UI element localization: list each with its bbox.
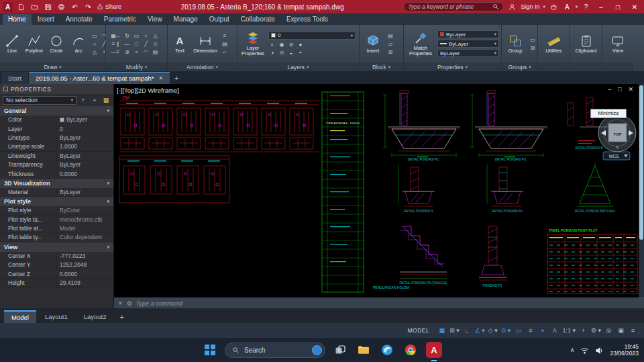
scrollbar-thumb[interactable] xyxy=(639,85,643,240)
model-space-label[interactable]: MODEL xyxy=(407,327,429,334)
quick-select-button[interactable]: ▦ xyxy=(101,96,111,105)
section-3d-visualization[interactable]: 3D Visualization▾ xyxy=(0,179,113,188)
sign-in-avatar[interactable] xyxy=(507,2,517,11)
glyph-icon[interactable]: ● xyxy=(297,41,305,48)
dimension-tool[interactable]: Dimension xyxy=(192,34,219,54)
insert-block-tool[interactable]: Insert xyxy=(362,34,384,54)
glyph-icon[interactable]: ▭ xyxy=(513,326,524,336)
clipboard-tool[interactable]: Clipboard xyxy=(572,34,601,54)
glyph-icon[interactable]: ∟ xyxy=(462,326,473,336)
groups-panel-label[interactable]: Groups▾ xyxy=(502,62,537,71)
match-properties-tool[interactable]: Match Properties xyxy=(406,32,435,56)
view-tool[interactable]: View xyxy=(603,34,633,54)
glyph-icon[interactable]: ↻ xyxy=(123,32,131,40)
glyph-icon[interactable]: ▭ xyxy=(529,36,537,44)
clock[interactable]: 19:45 23/06/2023 xyxy=(610,343,639,357)
prop-row-plot-style-table[interactable]: Plot style ta...monochrome.ctb xyxy=(0,216,113,224)
command-line[interactable]: ✕ ⚙ Type a command xyxy=(114,298,644,308)
line-tool[interactable]: Line xyxy=(2,34,22,54)
redo-button[interactable]: ↷ xyxy=(83,2,93,11)
layout-tab-layout1[interactable]: Layout1 xyxy=(38,310,75,323)
help-button[interactable]: ? xyxy=(581,2,591,11)
glyph-icon[interactable]: △ xyxy=(152,32,160,40)
polyline-tool[interactable]: Polyline xyxy=(24,34,44,54)
tab-parametric[interactable]: Parametric xyxy=(99,14,142,25)
glyph-icon[interactable]: ⊘ xyxy=(287,41,295,48)
wcs-label[interactable]: WCS xyxy=(608,154,619,159)
glyph-icon[interactable]: ◑ xyxy=(268,49,276,56)
section-view[interactable]: View▾ xyxy=(0,242,113,252)
glyph-icon[interactable]: ◇ ▾ xyxy=(487,326,499,336)
edge-button[interactable] xyxy=(378,341,396,359)
prop-row-linetype[interactable]: LinetypeByLayer xyxy=(0,134,113,142)
circle-tool[interactable]: Circle xyxy=(46,34,66,54)
modify-panel-label[interactable]: Modify▾ xyxy=(106,62,167,71)
glyph-icon[interactable]: ▣ xyxy=(615,326,627,336)
prop-row-plot-table-attached[interactable]: Plot table at...Model xyxy=(0,224,113,233)
glyph-icon[interactable]: — xyxy=(123,40,131,48)
glyph-icon[interactable]: ╱ xyxy=(142,40,150,48)
tab-view[interactable]: View xyxy=(142,14,168,25)
tab-output[interactable]: Output xyxy=(204,14,235,25)
tab-home[interactable]: Home xyxy=(3,14,32,25)
properties-palette-header[interactable]: PROPERTIES xyxy=(0,84,113,94)
glyph-icon[interactable]: ▱ xyxy=(386,40,394,48)
tray-chevron-icon[interactable]: ∧ xyxy=(570,347,575,353)
prop-row-thickness[interactable]: Thickness0.0000 xyxy=(0,169,113,178)
group-tool[interactable]: Group xyxy=(504,34,527,54)
layer-select-combo[interactable]: 0▾ xyxy=(268,32,356,40)
glyph-icon[interactable]: ▭ xyxy=(91,32,99,40)
open-file-button[interactable] xyxy=(30,2,40,11)
glyph-icon[interactable]: ⊞ xyxy=(386,48,394,56)
toggle-pickadd-button[interactable]: + xyxy=(78,96,88,105)
command-customize-icon[interactable]: ⚙ xyxy=(127,300,132,307)
glyph-icon[interactable]: ⚙ ▾ xyxy=(590,326,602,336)
glyph-icon[interactable]: ⊙ ▾ xyxy=(500,326,513,336)
wifi-icon[interactable] xyxy=(580,346,589,355)
taskbar-search-input[interactable]: Search xyxy=(225,343,325,358)
prop-row-color[interactable]: ColorByLayer xyxy=(0,116,113,124)
glyph-icon[interactable]: ∥ xyxy=(114,40,122,48)
layout-tab-layout2[interactable]: Layout2 xyxy=(76,310,114,323)
annotation-panel-label[interactable]: Annotation▾ xyxy=(168,62,237,71)
glyph-icon[interactable]: ⌖ xyxy=(537,326,548,336)
drawing-canvas[interactable]: TYPE ASTERIA B - 120/160 DETAIL PONDASI … xyxy=(114,84,639,298)
lineweight-combo[interactable]: ByLayer▾ xyxy=(437,40,499,48)
tab-annotate[interactable]: Annotate xyxy=(60,14,98,25)
autocad-taskbar-button[interactable]: A xyxy=(425,341,443,359)
task-view-button[interactable] xyxy=(331,341,349,359)
glyph-icon[interactable]: ◇ xyxy=(152,40,160,48)
prop-row-height[interactable]: Height29.4109 xyxy=(0,279,113,287)
glyph-icon[interactable]: ⊕ xyxy=(123,48,131,56)
selection-combo[interactable]: No selection▾ xyxy=(3,96,76,105)
prop-row-lineweight[interactable]: LineweightByLayer xyxy=(0,152,113,161)
glyph-icon[interactable]: + xyxy=(142,32,150,40)
viewport-controls-label[interactable]: [-][Top][2D Wireframe] xyxy=(117,87,179,94)
share-button[interactable]: Share xyxy=(97,3,121,10)
window-maximize-button[interactable]: □ xyxy=(611,1,625,12)
glyph-icon[interactable]: ⊙ xyxy=(278,49,286,56)
glyph-icon[interactable]: A xyxy=(549,326,560,336)
glyph-icon[interactable]: ◒ xyxy=(287,49,295,56)
account-menu[interactable]: A xyxy=(562,2,572,11)
block-panel-label[interactable]: Block▾ xyxy=(360,62,403,71)
tab-insert[interactable]: Insert xyxy=(32,14,60,25)
autocad-logo-icon[interactable]: A xyxy=(3,2,13,12)
prop-row-center-z[interactable]: Center Z0.0000 xyxy=(0,269,113,278)
chrome-button[interactable] xyxy=(402,341,419,359)
glyph-icon[interactable]: □ xyxy=(133,40,141,48)
glyph-icon[interactable]: × xyxy=(133,48,141,56)
file-explorer-button[interactable] xyxy=(355,341,372,359)
glyph-icon[interactable]: ▦ xyxy=(436,326,447,336)
utilities-tool[interactable]: Utilities xyxy=(539,34,569,54)
linetype-combo[interactable]: ByLayer▾ xyxy=(437,49,499,57)
properties-panel-label[interactable]: Properties▾ xyxy=(404,62,501,71)
plot-button[interactable] xyxy=(56,2,66,11)
glyph-icon[interactable]: ▤ xyxy=(152,48,160,56)
glyph-icon[interactable]: △ xyxy=(91,48,99,56)
glyph-icon[interactable]: ∠ ▾ xyxy=(474,326,486,336)
glyph-icon[interactable]: ≡ xyxy=(114,48,122,56)
window-minimize-button[interactable]: – xyxy=(594,1,608,12)
section-general[interactable]: General▾ xyxy=(0,106,113,116)
prop-row-center-x[interactable]: Center X-777.0223 xyxy=(0,252,113,261)
